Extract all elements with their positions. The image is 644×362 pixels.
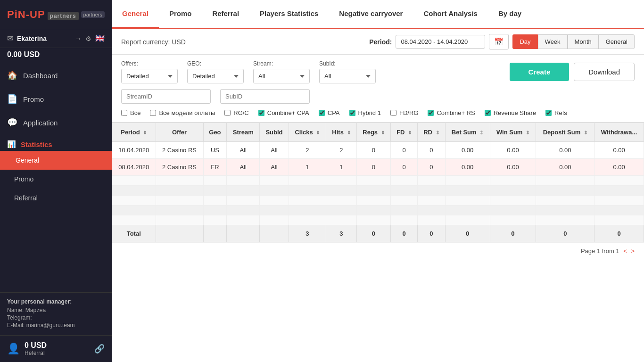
offers-select[interactable]: Detailed All Grouped bbox=[121, 69, 178, 83]
cell-bet-sum: 0.00 bbox=[445, 142, 490, 159]
period-btn-general[interactable]: General bbox=[599, 34, 635, 49]
cell-period: 10.04.2020 bbox=[112, 142, 156, 159]
geo-select[interactable]: Detailed All bbox=[187, 69, 244, 83]
stream-id-input[interactable] bbox=[121, 89, 211, 104]
manager-label: Your personal manager: bbox=[7, 298, 105, 305]
cell-offer: 2 Casino RS bbox=[156, 142, 203, 159]
person-icon: 👤 bbox=[7, 343, 20, 355]
checkbox-combine-cpa[interactable]: Combine+ CPA bbox=[258, 109, 309, 116]
th-geo: Geo bbox=[203, 123, 227, 142]
tab-negative-carryover[interactable]: Negative carryover bbox=[329, 0, 413, 28]
report-currency: Report currency: USD bbox=[121, 38, 186, 46]
cell-bet-sum: 0.00 bbox=[445, 159, 490, 176]
cell-hits: 2 bbox=[326, 142, 357, 159]
tab-cohort-analysis[interactable]: Cohort Analysis bbox=[413, 0, 487, 28]
sidebar-item-referral[interactable]: Referral bbox=[0, 189, 112, 207]
th-offer: Offer bbox=[156, 123, 203, 142]
pagination-text: Page 1 from 1 bbox=[581, 247, 619, 255]
total-win-sum: 0 bbox=[490, 225, 536, 242]
sidebar-item-application[interactable]: 💬 Application bbox=[0, 111, 112, 134]
logo-text: PiN-UPpartners bbox=[7, 8, 79, 21]
tab-promo[interactable]: Promo bbox=[159, 0, 202, 28]
filter-offers: Offers: Detailed All Grouped bbox=[121, 60, 178, 83]
th-rd[interactable]: RD ⇕ bbox=[418, 123, 445, 142]
sub-id-input[interactable] bbox=[220, 89, 310, 104]
total-hits: 3 bbox=[326, 225, 357, 242]
cell-fd: 0 bbox=[391, 142, 418, 159]
logo-partners: partners bbox=[48, 12, 79, 20]
pagination-next[interactable]: > bbox=[631, 247, 635, 255]
pagination-prev[interactable]: < bbox=[623, 247, 627, 255]
referral-amount: 0 USD bbox=[25, 341, 47, 350]
cell-stream: All bbox=[227, 142, 260, 159]
checkbox-vse-modeli[interactable]: Все модели оплаты bbox=[150, 109, 215, 116]
th-hits[interactable]: Hits ⇕ bbox=[326, 123, 357, 142]
user-settings-button[interactable]: ⚙ bbox=[85, 35, 91, 42]
total-fd: 0 bbox=[391, 225, 418, 242]
checkboxes-row: Все Все модели оплаты RG/C Combine+ CPA … bbox=[121, 109, 635, 116]
content-area: Report currency: USD Period: 📅 Day Week … bbox=[112, 29, 644, 362]
cell-fd: 0 bbox=[391, 159, 418, 176]
cell-withdrawal: 0.00 bbox=[594, 159, 644, 176]
th-win-sum[interactable]: Win Sum ⇕ bbox=[490, 123, 536, 142]
user-arrow-button[interactable]: → bbox=[75, 35, 82, 42]
th-bet-sum[interactable]: Bet Sum ⇕ bbox=[445, 123, 490, 142]
cell-geo: US bbox=[203, 142, 227, 159]
filters-section: Offers: Detailed All Grouped GEO: Detail… bbox=[112, 55, 644, 123]
geo-label: GEO: bbox=[187, 60, 244, 67]
th-fd[interactable]: FD ⇕ bbox=[391, 123, 418, 142]
cell-clicks: 1 bbox=[289, 159, 326, 176]
tab-general[interactable]: General bbox=[112, 0, 159, 28]
sidebar-item-dashboard[interactable]: 🏠 Dashboard bbox=[0, 64, 112, 87]
checkbox-refs[interactable]: Refs bbox=[545, 109, 567, 116]
stream-select[interactable]: All bbox=[253, 69, 310, 83]
stream-label: Stream: bbox=[253, 60, 310, 67]
promo-icon: 📄 bbox=[7, 94, 17, 104]
total-label: Total bbox=[112, 225, 156, 242]
tab-players-statistics[interactable]: Players Statistics bbox=[249, 0, 329, 28]
cell-deposit-sum: 0.00 bbox=[536, 159, 594, 176]
cell-geo: FR bbox=[203, 159, 227, 176]
th-regs[interactable]: Regs ⇕ bbox=[356, 123, 390, 142]
cell-period: 08.04.2020 bbox=[112, 159, 156, 176]
link-icon[interactable]: 🔗 bbox=[94, 344, 105, 354]
th-period[interactable]: Period ⇕ bbox=[112, 123, 156, 142]
top-navigation: General Promo Referral Players Statistic… bbox=[112, 0, 644, 29]
offers-label: Offers: bbox=[121, 60, 178, 67]
period-btn-day[interactable]: Day bbox=[512, 34, 537, 49]
referral-label: Referral bbox=[25, 350, 47, 356]
checkbox-revenue-share[interactable]: Revenue Share bbox=[485, 109, 536, 116]
cell-subid: All bbox=[260, 142, 289, 159]
tab-by-day[interactable]: By day bbox=[488, 0, 532, 28]
balance-display: 0.00 USD bbox=[0, 48, 112, 64]
cell-clicks: 2 bbox=[289, 142, 326, 159]
tab-referral[interactable]: Referral bbox=[202, 0, 249, 28]
checkbox-cpa[interactable]: CPA bbox=[319, 109, 340, 116]
sidebar-item-general[interactable]: General bbox=[0, 151, 112, 170]
subid-select[interactable]: All bbox=[319, 69, 376, 83]
calendar-button[interactable]: 📅 bbox=[489, 34, 509, 49]
sidebar-item-promo[interactable]: 📄 Promo bbox=[0, 87, 112, 111]
th-clicks[interactable]: Clicks ⇕ bbox=[289, 123, 326, 142]
checkbox-combine-rs[interactable]: Combine+ RS bbox=[428, 109, 475, 116]
main-content: General Promo Referral Players Statistic… bbox=[112, 0, 644, 362]
statistics-section: 📊 Statistics bbox=[0, 134, 112, 151]
checkbox-vse[interactable]: Все bbox=[121, 109, 140, 116]
period-btn-week[interactable]: Week bbox=[538, 34, 568, 49]
sidebar-item-promo-stat[interactable]: Promo bbox=[0, 170, 112, 189]
flag-icon: 🇬🇧 bbox=[95, 34, 105, 43]
download-button[interactable]: Download bbox=[574, 63, 635, 81]
home-icon: 🏠 bbox=[7, 70, 17, 81]
period-btn-month[interactable]: Month bbox=[568, 34, 599, 49]
checkbox-rgc[interactable]: RG/C bbox=[224, 109, 249, 116]
period-section: Period: 📅 Day Week Month General bbox=[369, 34, 635, 49]
stats-icon: 📊 bbox=[7, 140, 16, 148]
cell-regs: 0 bbox=[356, 142, 390, 159]
manager-email: E-Mail: marina@guru.team bbox=[7, 322, 105, 329]
checkbox-fd-rg[interactable]: FD/RG bbox=[390, 109, 418, 116]
create-button[interactable]: Create bbox=[510, 63, 570, 81]
period-input[interactable] bbox=[396, 35, 485, 49]
th-deposit-sum[interactable]: Deposit Sum ⇕ bbox=[536, 123, 594, 142]
checkbox-hybrid1[interactable]: Hybrid 1 bbox=[349, 109, 381, 116]
envelope-icon: ✉ bbox=[7, 34, 13, 43]
